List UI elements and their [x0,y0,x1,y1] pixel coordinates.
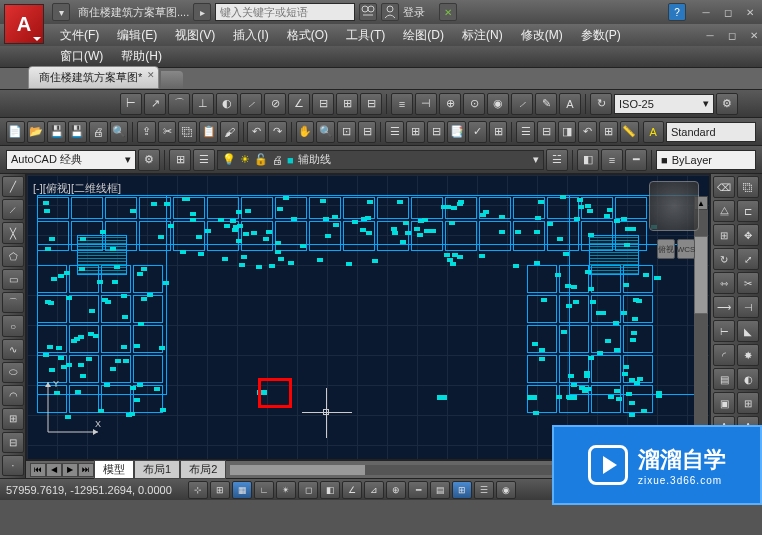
join-icon[interactable]: ⊢ [713,320,735,342]
dim-linear-icon[interactable]: ⊢ [120,93,142,115]
block-icon[interactable]: ⊞ [599,121,618,143]
osnap-icon[interactable]: ◻ [298,481,318,499]
rotate-icon[interactable]: ↻ [713,248,735,270]
hscroll-thumb[interactable] [230,465,364,475]
menu-insert[interactable]: 插入(I) [225,25,276,46]
undo-icon[interactable]: ↶ [247,121,266,143]
match-icon[interactable]: 🖌 [220,121,239,143]
paste-icon[interactable]: 📋 [199,121,218,143]
restore-button[interactable]: ◻ [720,5,736,19]
layer-filter-icon[interactable]: ⊞ [169,149,191,171]
menu-edit[interactable]: 编辑(E) [109,25,165,46]
grid-icon[interactable]: ▦ [232,481,252,499]
color-control-icon[interactable]: ◧ [577,149,599,171]
ellipse-arc-icon[interactable]: ◠ [2,385,24,406]
polar-icon[interactable]: ✴ [276,481,296,499]
tab-layout2[interactable]: 布局2 [180,460,226,479]
dim-baseline-icon[interactable]: ⊞ [336,93,358,115]
menu-draw[interactable]: 绘图(D) [395,25,452,46]
3dosnap-icon[interactable]: ◧ [320,481,340,499]
publish-icon[interactable]: ⇪ [137,121,156,143]
dim-edit-icon[interactable]: ✎ [535,93,557,115]
bylayer-dropdown[interactable]: ■ ByLayer [656,150,756,170]
doc-restore-button[interactable]: ◻ [724,28,740,42]
layer-prev-icon[interactable]: ↶ [578,121,597,143]
explode-icon[interactable]: ✸ [737,344,759,366]
scale-icon[interactable]: ⤢ [737,248,759,270]
layout-prev-icon[interactable]: ◀ [46,463,62,477]
qat-dropdown[interactable]: ▾ [52,3,70,21]
layer-dropdown[interactable]: 💡 ☀ 🔓 🖨 ■ 辅助线 ▾ [217,150,544,170]
dim-continue-icon[interactable]: ⊟ [360,93,382,115]
jogged-linear-icon[interactable]: ⟋ [511,93,533,115]
sheet-set-icon[interactable]: 📑 [447,121,466,143]
nav-home[interactable]: 俯视 [657,239,675,259]
layout-next-icon[interactable]: ▶ [62,463,78,477]
coordinates[interactable]: 57959.7619, -12951.2694, 0.0000 [6,484,186,496]
arc-icon[interactable]: ⌒ [2,292,24,313]
polyline-icon[interactable]: ⟋ [2,199,24,220]
dim-break-icon[interactable]: ⊣ [415,93,437,115]
doc-minimize-button[interactable]: ─ [702,28,718,42]
login-icon[interactable] [381,3,399,21]
point-icon[interactable]: · [2,455,24,476]
line-icon[interactable]: ╱ [2,176,24,197]
otrack-icon[interactable]: ∠ [342,481,362,499]
layer-state-icon[interactable]: ⊟ [537,121,556,143]
make-block-icon[interactable]: ⊟ [2,432,24,453]
layer-match-icon[interactable]: ☱ [546,149,568,171]
markup-icon[interactable]: ✓ [468,121,487,143]
layer-manager-icon[interactable]: ☰ [193,149,215,171]
drawing-canvas[interactable]: [-][俯视][二维线框] /*placeholder*/ 俯视 WCS X [26,174,710,460]
linetype-icon[interactable]: ≡ [601,149,623,171]
redo-icon[interactable]: ↷ [268,121,287,143]
save-icon[interactable]: 💾 [47,121,66,143]
properties-icon[interactable]: ☰ [385,121,404,143]
trim-icon[interactable]: ✂ [737,272,759,294]
dim-style-manager-icon[interactable]: ⚙ [716,93,738,115]
open-icon[interactable]: 📂 [27,121,46,143]
file-tab-active[interactable]: 商住楼建筑方案草图* ✕ [28,66,159,89]
design-center-icon[interactable]: ⊞ [406,121,425,143]
lwt-icon[interactable]: ━ [408,481,428,499]
ducs-icon[interactable]: ⊿ [364,481,384,499]
workspace-gear-icon[interactable]: ⚙ [138,149,160,171]
text-style-dropdown[interactable]: Standard [666,122,756,142]
erase-icon[interactable]: ⌫ [713,176,735,198]
text-style-icon[interactable]: A [643,121,664,143]
polygon-icon[interactable]: ⬠ [2,246,24,267]
layout-first-icon[interactable]: ⏮ [30,463,46,477]
qp-icon[interactable]: ⊞ [452,481,472,499]
tool-palette-icon[interactable]: ⊟ [427,121,446,143]
chamfer-icon[interactable]: ◣ [737,320,759,342]
dim-ordinate-icon[interactable]: ⊥ [192,93,214,115]
menu-format[interactable]: 格式(O) [279,25,336,46]
menu-view[interactable]: 视图(V) [167,25,223,46]
dim-arc-icon[interactable]: ⌒ [168,93,190,115]
array-icon[interactable]: ⊞ [713,224,735,246]
region-icon[interactable]: ▣ [713,392,735,414]
menu-help[interactable]: 帮助(H) [113,46,170,67]
app-logo[interactable]: A [4,4,44,44]
snap-icon[interactable]: ⊞ [210,481,230,499]
centermark-icon[interactable]: ⊙ [463,93,485,115]
dim-jogged-icon[interactable]: ⟋ [240,93,262,115]
sc-icon[interactable]: ☰ [474,481,494,499]
close-icon[interactable]: ✕ [147,70,155,80]
xline-icon[interactable]: ╳ [2,222,24,243]
dim-aligned-icon[interactable]: ↗ [144,93,166,115]
circle-icon[interactable]: ○ [2,315,24,336]
dim-style-dropdown[interactable]: ISO-25▾ [614,94,714,114]
dyn-icon[interactable]: ⊕ [386,481,406,499]
title-drop-icon[interactable]: ▸ [193,3,211,21]
mirror-icon[interactable]: ⧋ [713,200,735,222]
insert-block-icon[interactable]: ⊞ [2,408,24,429]
copy-icon[interactable]: ⿻ [178,121,197,143]
new-icon[interactable]: 📄 [6,121,25,143]
infer-icon[interactable]: ⊹ [188,481,208,499]
copy2-icon[interactable]: ⿻ [737,176,759,198]
move-icon[interactable]: ✥ [737,224,759,246]
nav-wcs[interactable]: WCS [677,239,695,259]
dim-update-icon[interactable]: ↻ [590,93,612,115]
lineweight-icon[interactable]: ━ [625,149,647,171]
